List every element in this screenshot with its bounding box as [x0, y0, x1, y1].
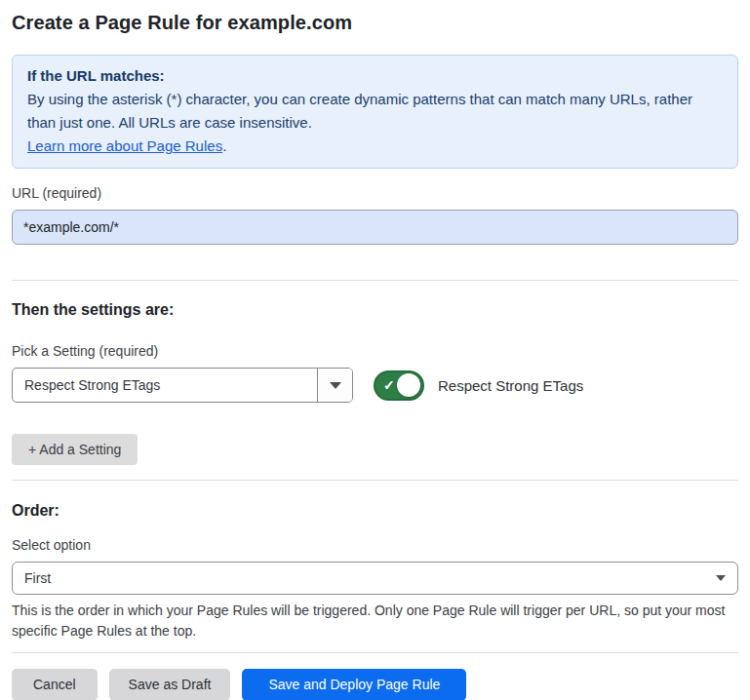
- chevron-down-icon: [330, 382, 341, 389]
- save-as-draft-button[interactable]: Save as Draft: [109, 669, 231, 700]
- check-icon: ✓: [383, 378, 395, 392]
- info-box-body: By using the asterisk (*) character, you…: [27, 88, 723, 135]
- url-field-label: URL (required): [12, 184, 738, 203]
- chevron-down-icon: [716, 575, 726, 581]
- order-select-value: First: [24, 570, 716, 586]
- url-match-info-box: If the URL matches: By using the asteris…: [12, 55, 738, 169]
- page-title: Create a Page Rule for example.com: [12, 11, 738, 34]
- section-divider: [12, 480, 738, 481]
- learn-more-link[interactable]: Learn more about Page Rules: [27, 137, 222, 154]
- setting-select-value: Respect Strong ETags: [13, 369, 317, 402]
- cancel-button[interactable]: Cancel: [12, 669, 98, 700]
- footer-actions: Cancel Save as Draft Save and Deploy Pag…: [12, 669, 738, 700]
- setting-toggle[interactable]: ✓: [374, 370, 424, 401]
- info-box-link-line: Learn more about Page Rules.: [27, 135, 723, 158]
- setting-select[interactable]: Respect Strong ETags: [12, 368, 353, 403]
- setting-row: Respect Strong ETags ✓ Respect Strong ET…: [12, 368, 738, 403]
- toggle-knob: [397, 373, 420, 397]
- link-suffix: .: [222, 137, 226, 154]
- pick-setting-label: Pick a Setting (required): [12, 342, 738, 361]
- save-and-deploy-button[interactable]: Save and Deploy Page Rule: [242, 669, 466, 700]
- url-input[interactable]: [12, 210, 738, 245]
- footer-divider: [12, 652, 738, 653]
- order-select[interactable]: First: [12, 562, 738, 595]
- setting-toggle-label: Respect Strong ETags: [438, 377, 583, 394]
- section-divider: [12, 280, 738, 281]
- settings-section-heading: Then the settings are:: [12, 300, 738, 320]
- page-rule-form: Create a Page Rule for example.com If th…: [0, 11, 750, 700]
- add-setting-button[interactable]: + Add a Setting: [12, 434, 138, 465]
- order-help-text: This is the order in which your Page Rul…: [12, 601, 738, 642]
- setting-select-arrow-button[interactable]: [317, 369, 352, 402]
- info-box-heading: If the URL matches:: [27, 64, 723, 88]
- order-select-label: Select option: [12, 536, 738, 555]
- order-section-heading: Order:: [12, 501, 738, 521]
